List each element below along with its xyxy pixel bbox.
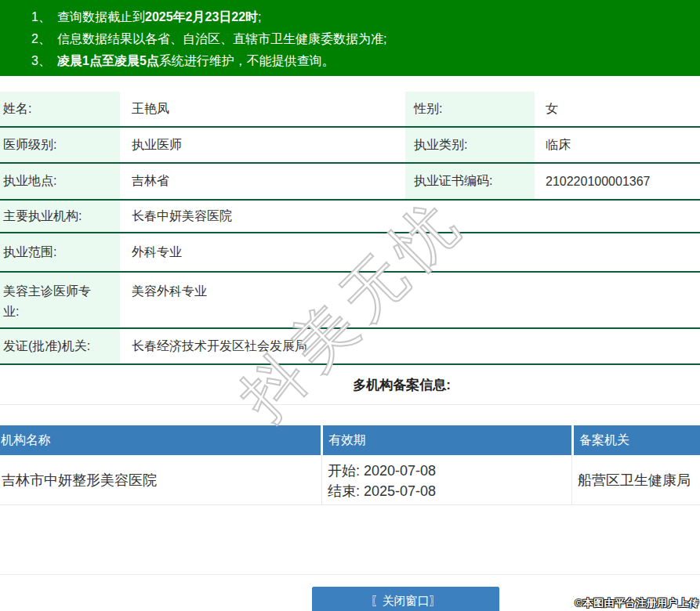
filing-table: 机构名称 有效期 备案机关 吉林市中妍整形美容医院 开始: 2020-07-08… <box>0 425 700 505</box>
filing-authority-value: 船营区卫生健康局 <box>571 455 700 504</box>
doctor-level-value: 执业医师 <box>123 128 402 162</box>
issuing-authority-value: 长春经济技术开发区社会发展局 <box>123 329 700 363</box>
table-row: 主要执业机构: 长春中妍美容医院 <box>0 201 700 233</box>
notice-text-bold: 凌晨1点至凌晨5点 <box>57 54 159 67</box>
org-name-column-header: 机构名称 <box>0 425 321 455</box>
filing-authority-column-header: 备案机关 <box>574 425 700 455</box>
cosmetic-specialty-value: 美容外科专业 <box>123 273 700 327</box>
org-name-value: 吉林市中妍整形美容医院 <box>0 455 321 504</box>
practitioner-info-table: 姓名: 王艳凤 性别: 女 医师级别: 执业医师 执业类别: 临床 执业地点: … <box>0 92 700 365</box>
divider <box>0 404 700 405</box>
doctor-level-label: 医师级别: <box>0 128 120 162</box>
validity-start: 开始: 2020-07-08 <box>328 461 571 481</box>
gender-label: 性别: <box>405 92 535 126</box>
practice-category-label: 执业类别: <box>405 128 535 162</box>
certificate-number-value: 210220100001367 <box>538 164 700 199</box>
notice-text-bold: 2025年2月23日22时 <box>145 10 258 24</box>
notice-text: 信息数据结果以各省、自治区、直辖市卫生健康委数据为准; <box>57 32 386 45</box>
uploader-stamp: ©本图由平台注册用户上传 <box>575 596 699 610</box>
practice-scope-value: 外科专业 <box>123 233 700 271</box>
main-institution-label: 主要执业机构: <box>0 201 120 232</box>
divider <box>0 574 700 575</box>
issuing-authority-label: 发证(批准)机关: <box>0 329 120 363</box>
notice-line-1: 1、查询数据截止到2025年2月23日22时; <box>31 6 700 28</box>
table-row: 发证(批准)机关: 长春经济技术开发区社会发展局 <box>0 329 700 365</box>
practice-location-value: 吉林省 <box>123 164 402 199</box>
notice-banner: 1、查询数据截止到2025年2月23日22时; 2、信息数据结果以各省、自治区、… <box>0 0 700 76</box>
table-row: 执业地点: 吉林省 执业证书编码: 210220100001367 <box>0 164 700 201</box>
close-window-button[interactable]: 〖关闭窗口〗 <box>312 587 499 611</box>
notice-number: 1、 <box>31 6 57 28</box>
certificate-number-label: 执业证书编码: <box>405 164 535 199</box>
notice-number: 2、 <box>31 28 57 50</box>
practice-location-label: 执业地点: <box>0 164 120 199</box>
gender-value: 女 <box>538 92 700 126</box>
notice-text: 系统进行维护，不能提供查询。 <box>159 54 335 67</box>
practice-category-value: 临床 <box>538 128 700 162</box>
practice-scope-label: 执业范围: <box>0 233 120 271</box>
notice-text: ; <box>258 10 261 24</box>
notice-line-2: 2、信息数据结果以各省、自治区、直辖市卫生健康委数据为准; <box>31 28 700 50</box>
main-institution-value: 长春中妍美容医院 <box>123 201 700 232</box>
notice-text: 查询数据截止到 <box>57 10 145 24</box>
validity-value: 开始: 2020-07-08 结束: 2025-07-08 <box>321 455 571 504</box>
filing-table-header: 机构名称 有效期 备案机关 <box>0 425 700 455</box>
table-row: 医师级别: 执业医师 执业类别: 临床 <box>0 128 700 164</box>
table-row: 姓名: 王艳凤 性别: 女 <box>0 92 700 128</box>
notice-number: 3、 <box>31 50 57 72</box>
notice-line-3: 3、凌晨1点至凌晨5点系统进行维护，不能提供查询。 <box>31 50 700 72</box>
validity-end: 结束: 2025-07-08 <box>328 481 571 501</box>
cosmetic-specialty-label: 美容主诊医师专业: <box>0 273 120 327</box>
table-row: 美容主诊医师专业: 美容外科专业 <box>0 273 700 329</box>
validity-column-header: 有效期 <box>323 425 571 455</box>
table-row: 执业范围: 外科专业 <box>0 233 700 273</box>
name-value: 王艳凤 <box>123 92 402 126</box>
name-label: 姓名: <box>0 92 120 126</box>
filing-section-title: 多机构备案信息: <box>0 378 700 393</box>
filing-table-row: 吉林市中妍整形美容医院 开始: 2020-07-08 结束: 2025-07-0… <box>0 455 700 505</box>
